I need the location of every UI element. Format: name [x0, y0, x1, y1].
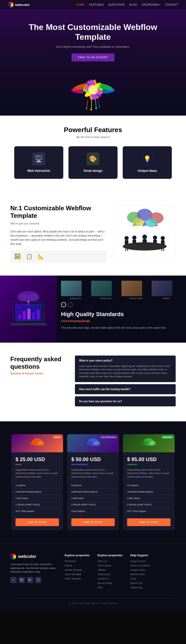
footer-link-html[interactable]: HTML Template [65, 577, 90, 580]
feature-icon-web: 🖥️ [32, 152, 45, 165]
dot-1[interactable]: ‹ [61, 302, 66, 307]
svg-point-63 [94, 441, 100, 446]
pricing-feature-rec-1: Unlimited hosted projects [71, 489, 115, 495]
svg-line-8 [87, 100, 88, 108]
footer-link-support-policy[interactable]: Support Policy [130, 569, 150, 571]
customizable-body: Don't take too much advice. Most people … [10, 230, 106, 246]
footer-bottom: ALL RIGHT ARE RESERVED TO © KHALID SANDA… [10, 598, 176, 605]
pricing-btn-rec[interactable]: ADD TO CART [71, 518, 115, 526]
pricing-tier-prem: PREMIUM [127, 463, 171, 466]
nav-features[interactable]: Features [89, 3, 104, 6]
footer-link-sellers[interactable]: Sellers Faq [130, 586, 150, 589]
carousel-dots: ‹ › [61, 302, 181, 307]
nav-blog[interactable]: Blog [129, 3, 137, 6]
pricing-features-basic: 1 projects Unlimited hosted projects Cod… [16, 482, 59, 514]
footer-link-faqs[interactable]: FAQs [130, 577, 150, 580]
faq-item-2[interactable]: How much traffic can the hosting handle? [75, 384, 176, 394]
hero-cta-button[interactable]: TAKE TO AN EXPERT [72, 53, 114, 61]
footer-link-plugins[interactable]: Plugins [65, 564, 90, 567]
nav-questions[interactable]: Questions [109, 3, 125, 6]
pricing-header-rec: RECOMMENDED [67, 434, 119, 452]
footer: webcolor Lorem ipsum dolor sit amet, con… [0, 543, 186, 610]
dot-2[interactable]: › [68, 302, 73, 307]
faq-question-3: Do you have any questions for us? [79, 400, 172, 403]
meeting-illustration [114, 205, 176, 256]
pricing-feature-prem-1: Unlimited hosted projects [127, 489, 171, 495]
svg-point-11 [90, 109, 92, 110]
pricing-feature-rec-2: Code export [71, 495, 115, 502]
pricing-section: BASIC $ 25.00 USD BASIC Suspendisse vari… [0, 421, 186, 543]
faq-question-1: What is your return policy? [79, 359, 172, 362]
faq-left: Frequently asked questions Question & An… [10, 356, 67, 408]
svg-point-55 [28, 294, 39, 301]
social-facebook[interactable]: f [10, 577, 17, 583]
logo[interactable]: webcolor [8, 2, 30, 7]
features-section: Powerful Features Be the first to hear a… [0, 116, 186, 192]
customizable-right [114, 205, 176, 256]
social-instagram[interactable]: 📷 [19, 577, 25, 583]
footer-link-pricing[interactable]: Plan & Pricing [97, 582, 122, 584]
footer-link-affiliates[interactable]: Affiliates [97, 569, 122, 571]
footer-link-contact[interactable]: Contact Us [97, 577, 122, 580]
footer-link-buyers[interactable]: Buyers Faq [130, 582, 150, 584]
hero-title: The Most Customizable Webflow Template [16, 22, 171, 42]
pricing-card-rec: RECOMMENDED $ 50.00 USD RECOMMENDED Susp… [67, 434, 119, 530]
footer-col-2: Explore properties About Us How it Works… [97, 554, 122, 591]
social-twitter[interactable]: 🐦 [27, 577, 33, 583]
footer-link-testimonials[interactable]: Testimonials [97, 573, 122, 576]
footer-link-blog[interactable]: Blog [97, 586, 122, 589]
pricing-btn-basic[interactable]: ADD TO CART [16, 518, 59, 526]
faq-section: Frequently asked questions Question & An… [0, 343, 186, 421]
svg-rect-49 [23, 311, 26, 319]
thumb-3: Feature Three [121, 281, 151, 300]
thumb-label-3: Feature Three [121, 297, 151, 300]
nav-home[interactable]: Home [76, 3, 84, 6]
svg-point-13 [95, 108, 97, 109]
footer-link-howitworks[interactable]: How it Works [97, 564, 122, 567]
svg-rect-52 [37, 310, 40, 319]
faq-heading: Frequently asked questions [10, 356, 67, 371]
pricing-btn-prem[interactable]: ADD TO CART [127, 518, 171, 526]
icon-row-img: 🖼️ [14, 253, 21, 260]
thumb-img-1 [61, 281, 82, 296]
faq-item-1[interactable]: What is your return policy? Lorem ipsum … [75, 356, 176, 382]
web-icon: 🖥️ [35, 155, 43, 163]
thumb-2: Feature Two [91, 281, 120, 300]
hero-subtitle: Get it before everybody else! Only avail… [16, 45, 171, 48]
footer-link-about[interactable]: About Us [97, 560, 122, 562]
pricing-tier-rec: RECOMMENDED [71, 463, 115, 466]
nav-contact[interactable]: Contact [165, 3, 178, 6]
social-email[interactable]: ✉ [35, 577, 41, 583]
footer-link-support-forum[interactable]: Support Forum [130, 560, 150, 562]
footer-link-refund[interactable]: Refund Policy [130, 573, 150, 576]
footer-link-wordpress[interactable]: Wordpress [65, 560, 90, 562]
footer-link-joomla[interactable]: Joomla Template [65, 569, 90, 571]
svg-point-7 [88, 85, 98, 94]
footer-logo-icon [10, 554, 16, 559]
pricing-header-basic: BASIC [11, 434, 63, 452]
svg-point-60 [38, 441, 44, 446]
svg-rect-50 [27, 309, 30, 319]
icon-row-layout: 📐 [38, 253, 44, 260]
footer-link-terms[interactable]: Terms & Conditions [130, 564, 150, 567]
faq-item-3[interactable]: Do you have any questions for us? [75, 396, 176, 406]
pricing-badge-prem: PREMIUM [161, 436, 173, 439]
svg-line-12 [96, 100, 96, 108]
footer-brand: webcolor Lorem ipsum dolor sit amet, con… [10, 554, 57, 591]
thumbnail-row: Feature One Feature Two Feature Three Fe… [61, 281, 181, 300]
pricing-price-prem: $ 85.00 USD [127, 456, 171, 462]
pricing-feature-basic-3: 1 DEVELOPER TOOLS [16, 502, 59, 508]
pricing-feature-rec-3: 3 DEVELOPER TOOLS [71, 502, 115, 508]
pricing-card-basic: BASIC $ 25.00 USD BASIC Suspendisse vari… [11, 434, 63, 530]
navbar: webcolor Home Features Questions Blog Dr… [0, 0, 186, 9]
nav-links: Home Features Questions Blog Dropdown Co… [76, 3, 178, 6]
svg-point-30 [132, 236, 136, 240]
feature-title-web: Web Interactive [19, 169, 58, 173]
nav-dropdown[interactable]: Dropdown [142, 3, 160, 6]
pricing-feature-basic-0: 1 projects [16, 482, 59, 489]
svg-rect-46 [10, 323, 47, 325]
pricing-desc-rec: Suspendisse varius enim in eros elementu… [71, 468, 115, 479]
pricing-feature-prem-3: 5 DEVELOPER TOOLS [127, 502, 171, 508]
faq-right: What is your return policy? Lorem ipsum … [75, 356, 176, 408]
footer-link-admin[interactable]: Admin Template [65, 573, 90, 576]
